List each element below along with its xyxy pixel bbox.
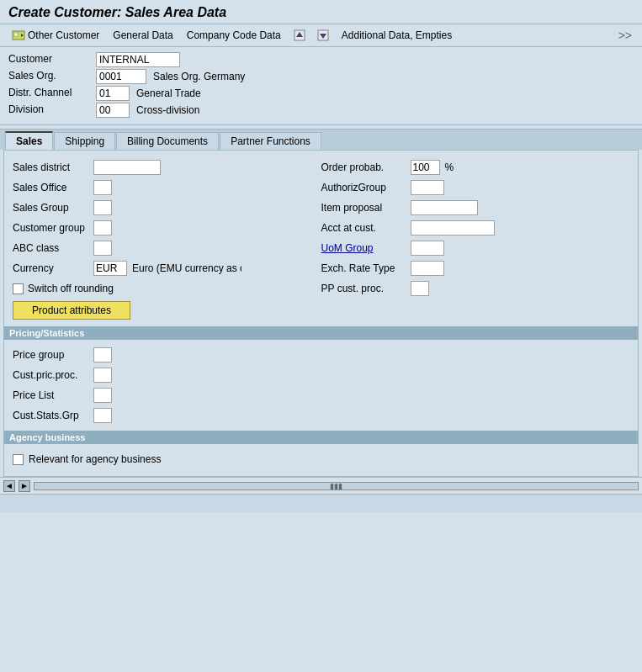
acct-at-cust-label: Acct at cust. (321, 222, 406, 234)
pricing-section-header: Pricing/Statistics (4, 326, 638, 340)
tab-billing[interactable]: Billing Documents (116, 132, 219, 150)
pricing-right-col (321, 347, 630, 424)
division-desc: Cross-division (136, 104, 199, 116)
sales-org-input[interactable] (96, 69, 146, 84)
distr-channel-label: Distr. Channel (8, 86, 93, 101)
cust-pric-proc-label: Cust.pric.proc. (13, 369, 88, 381)
currency-desc: Euro (EMU currency as of 01... (132, 262, 241, 274)
cust-stats-grp-input[interactable] (93, 408, 112, 423)
division-value-area: Cross-division (96, 103, 634, 118)
currency-row: Currency Euro (EMU currency as of 01... (13, 260, 321, 277)
tab-partner[interactable]: Partner Functions (220, 132, 321, 150)
pp-cust-proc-input[interactable] (411, 281, 429, 296)
item-proposal-input[interactable] (411, 200, 478, 215)
pricing-section-title: Pricing/Statistics (9, 328, 84, 338)
order-prob-input[interactable] (411, 160, 440, 175)
upload-icon-button[interactable] (289, 27, 310, 44)
sales-district-input[interactable] (93, 160, 161, 175)
order-prob-row: Order probab. % (321, 159, 630, 176)
uom-group-input[interactable] (411, 241, 444, 256)
authoriz-group-label: AuthorizGroup (321, 182, 406, 193)
uom-group-label: UoM Group (321, 242, 406, 254)
cust-stats-grp-label: Cust.Stats.Grp (13, 410, 88, 421)
download-icon-button[interactable] (313, 27, 333, 44)
general-data-label: General Data (113, 29, 172, 41)
exch-rate-input[interactable] (411, 261, 444, 276)
exch-rate-row: Exch. Rate Type (321, 260, 630, 277)
distr-channel-input[interactable] (96, 86, 130, 101)
item-proposal-row: Item proposal (321, 199, 630, 216)
sales-group-row: Sales Group (13, 199, 321, 216)
tab-sales[interactable]: Sales (5, 131, 53, 150)
company-code-label: Company Code Data (187, 29, 281, 41)
tab-shipping[interactable]: Shipping (54, 132, 115, 150)
authoriz-group-input[interactable] (411, 180, 444, 195)
download-icon (316, 29, 330, 42)
agency-relevant-row: Relevant for agency business (13, 451, 629, 468)
exch-rate-label: Exch. Rate Type (321, 262, 406, 274)
additional-data-button[interactable]: Additional Data, Empties (337, 28, 457, 43)
customer-input[interactable] (96, 52, 180, 67)
product-attributes-row: Product attributes (13, 298, 321, 320)
price-list-input[interactable] (93, 388, 112, 403)
acct-at-cust-input[interactable] (411, 220, 495, 235)
upload-icon (293, 29, 306, 42)
scroll-left-arrow[interactable]: ◄ (3, 480, 15, 492)
customer-group-label: Customer group (13, 222, 88, 234)
scroll-right-arrow[interactable]: ► (19, 480, 30, 492)
sales-org-desc: Sales Org. Germany (153, 71, 245, 82)
item-proposal-label: Item proposal (321, 202, 406, 214)
general-data-button[interactable]: General Data (108, 28, 178, 43)
right-form-col: Order probab. % AuthorizGroup Item propo… (321, 159, 630, 320)
customer-value-area (96, 52, 634, 67)
svg-rect-1 (14, 33, 18, 36)
agency-section-title: Agency business (9, 432, 85, 442)
pricing-form-col: Price group Cust.pric.proc. Price List C… (13, 347, 321, 424)
additional-data-label: Additional Data, Empties (342, 29, 452, 41)
acct-at-cust-row: Acct at cust. (321, 220, 630, 236)
sales-group-label: Sales Group (13, 202, 88, 214)
product-attributes-button[interactable]: Product attributes (13, 301, 130, 320)
customer-group-input[interactable] (93, 220, 112, 235)
price-list-label: Price List (13, 389, 88, 401)
price-group-label: Price group (13, 349, 88, 361)
company-code-button[interactable]: Company Code Data (182, 28, 286, 43)
main-form-section: Sales district Sales Office Sales Group … (13, 159, 629, 320)
other-customer-button[interactable]: Other Customer (7, 27, 104, 44)
sales-office-label: Sales Office (13, 182, 88, 193)
order-prob-label: Order probab. (321, 161, 406, 173)
scroll-track[interactable]: ▮▮▮ (34, 482, 639, 490)
uom-group-row: UoM Group (321, 240, 630, 257)
abc-class-input[interactable] (93, 241, 112, 256)
toolbar: Other Customer General Data Company Code… (0, 24, 642, 47)
authoriz-group-row: AuthorizGroup (321, 179, 630, 196)
distr-channel-desc: General Trade (136, 87, 201, 99)
tab-container: Sales Shipping Billing Documents Partner… (0, 129, 642, 150)
sales-group-input[interactable] (93, 200, 112, 215)
price-list-row: Price List (13, 387, 321, 404)
more-options-label: >> (615, 27, 635, 44)
page-title: Create Customer: Sales Area Data (8, 5, 634, 20)
division-label: Division (8, 103, 93, 118)
price-group-input[interactable] (93, 347, 112, 362)
pricing-form-section: Price group Cust.pric.proc. Price List C… (13, 347, 629, 424)
content-panel: Sales district Sales Office Sales Group … (3, 150, 639, 477)
switch-off-rounding-row: Switch off rounding (13, 283, 321, 294)
percent-sign: % (445, 161, 454, 173)
switch-off-rounding-checkbox[interactable] (13, 283, 24, 294)
cust-pric-proc-input[interactable] (93, 368, 112, 383)
title-bar: Create Customer: Sales Area Data (0, 0, 642, 24)
sales-office-input[interactable] (93, 180, 112, 195)
currency-input[interactable] (93, 261, 127, 276)
agency-section-header: Agency business (4, 431, 638, 444)
pp-cust-proc-row: PP cust. proc. (321, 280, 630, 297)
division-input[interactable] (96, 103, 130, 118)
status-bar (0, 494, 642, 512)
switch-off-rounding-label: Switch off rounding (28, 283, 114, 294)
pp-cust-proc-label: PP cust. proc. (321, 283, 406, 294)
currency-label: Currency (13, 262, 88, 274)
sales-org-value-area: Sales Org. Germany (96, 69, 634, 84)
tab-bar: Sales Shipping Billing Documents Partner… (0, 129, 642, 150)
relevant-agency-checkbox[interactable] (13, 454, 24, 465)
distr-channel-value-area: General Trade (96, 86, 634, 101)
